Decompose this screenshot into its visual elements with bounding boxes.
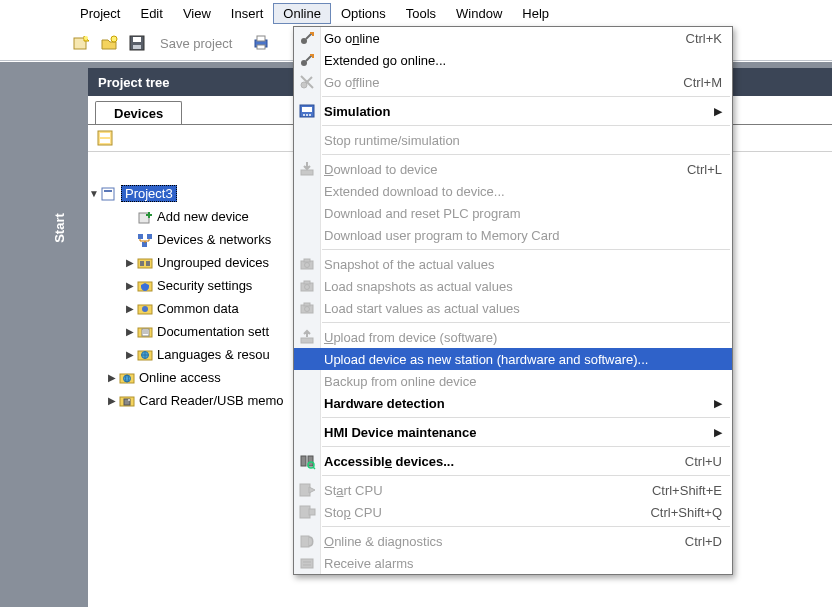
menu-window[interactable]: Window <box>446 3 512 24</box>
menu-item-shortcut: Ctrl+Shift+E <box>652 483 722 498</box>
svg-rect-19 <box>147 234 152 239</box>
svg-rect-44 <box>302 107 312 112</box>
menu-item[interactable]: Hardware detection▶ <box>294 392 732 414</box>
menu-tools[interactable]: Tools <box>396 3 446 24</box>
menu-item[interactable]: Go onlineCtrl+K <box>294 27 732 49</box>
menu-item[interactable]: Simulation▶ <box>294 100 732 122</box>
menu-item[interactable]: Upload device as new station (hardware a… <box>294 348 732 370</box>
menu-item[interactable]: Accessible devices...Ctrl+U <box>294 450 732 472</box>
menu-item-label: Hardware detection <box>324 396 714 411</box>
twisty-icon[interactable]: ▶ <box>124 326 136 337</box>
twisty-icon[interactable]: ▶ <box>124 303 136 314</box>
menu-item-label: Download to device <box>324 162 687 177</box>
menu-item-label: Load start values as actual values <box>324 301 722 316</box>
menu-view[interactable]: View <box>173 3 221 24</box>
tab-devices[interactable]: Devices <box>95 101 182 125</box>
start-tab[interactable]: Start <box>52 198 67 258</box>
svg-marker-63 <box>309 487 315 493</box>
menu-item: Download user program to Memory Card <box>294 224 732 246</box>
go-online-ext-icon <box>298 51 316 69</box>
save-icon[interactable] <box>126 32 148 54</box>
svg-rect-65 <box>309 509 315 515</box>
menu-edit[interactable]: Edit <box>130 3 172 24</box>
menu-item-label: Go online <box>324 31 686 46</box>
svg-point-26 <box>142 306 148 312</box>
menu-separator <box>322 154 730 155</box>
svg-point-46 <box>306 114 308 116</box>
twisty-icon[interactable]: ▶ <box>124 280 136 291</box>
svg-rect-66 <box>301 536 309 547</box>
twisty-icon[interactable]: ▶ <box>106 395 118 406</box>
menu-item: Download and reset PLC program <box>294 202 732 224</box>
menu-item-label: HMI Device maintenance <box>324 425 714 440</box>
menu-separator <box>322 417 730 418</box>
svg-rect-6 <box>133 45 141 49</box>
alarms-icon <box>298 554 316 572</box>
menu-separator <box>322 249 730 250</box>
tree-item-label: Documentation sett <box>157 324 269 339</box>
security-icon <box>136 277 154 295</box>
menu-insert[interactable]: Insert <box>221 3 274 24</box>
menu-item-label: Start CPU <box>324 483 652 498</box>
menu-item-label: Extended download to device... <box>324 184 722 199</box>
menu-item[interactable]: HMI Device maintenance▶ <box>294 421 732 443</box>
upload-icon <box>298 328 316 346</box>
project-name[interactable]: Project3 <box>121 185 177 202</box>
print-icon[interactable] <box>250 32 272 54</box>
svg-point-2 <box>84 36 88 40</box>
svg-rect-58 <box>301 338 313 343</box>
menu-options[interactable]: Options <box>331 3 396 24</box>
menu-item-shortcut: Ctrl+M <box>683 75 722 90</box>
twisty-icon[interactable]: ▶ <box>106 372 118 383</box>
tree-item-label: Devices & networks <box>157 232 271 247</box>
menu-item: Online & diagnosticsCtrl+D <box>294 530 732 552</box>
svg-rect-59 <box>301 456 306 466</box>
add-device-icon <box>136 208 154 226</box>
submenu-arrow-icon: ▶ <box>714 105 722 118</box>
menu-item: Download to deviceCtrl+L <box>294 158 732 180</box>
menu-separator <box>322 96 730 97</box>
devices-toolbar-icon[interactable] <box>94 127 116 149</box>
menu-separator <box>322 526 730 527</box>
menu-help[interactable]: Help <box>512 3 559 24</box>
menu-item-shortcut: Ctrl+D <box>685 534 722 549</box>
load-start-icon <box>298 299 316 317</box>
svg-rect-22 <box>140 261 144 266</box>
online-access-icon <box>118 369 136 387</box>
svg-point-34 <box>124 375 131 382</box>
accessible-icon <box>298 452 316 470</box>
menu-item: Snapshot of the actual values <box>294 253 732 275</box>
svg-rect-54 <box>304 281 310 284</box>
twisty-icon[interactable]: ▶ <box>124 349 136 360</box>
twisty-icon[interactable]: ▶ <box>124 257 136 268</box>
tree-item-label: Security settings <box>157 278 252 293</box>
menu-item: Backup from online device <box>294 370 732 392</box>
svg-rect-67 <box>301 559 313 568</box>
new-project-icon[interactable] <box>70 32 92 54</box>
menu-item: Upload from device (software) <box>294 326 732 348</box>
menu-item-shortcut: Ctrl+K <box>686 31 722 46</box>
project-icon <box>100 185 118 203</box>
menu-item-label: Receive alarms <box>324 556 722 571</box>
menu-item-label: Load snapshots as actual values <box>324 279 722 294</box>
svg-point-45 <box>303 114 305 116</box>
svg-rect-5 <box>133 37 141 42</box>
menu-item[interactable]: Extended go online... <box>294 49 732 71</box>
twisty-icon[interactable]: ▼ <box>88 188 100 199</box>
menu-item-label: Snapshot of the actual values <box>324 257 722 272</box>
menu-item-shortcut: Ctrl+Shift+Q <box>650 505 722 520</box>
menu-item: Start CPUCtrl+Shift+E <box>294 479 732 501</box>
menu-online[interactable]: Online <box>273 3 331 24</box>
svg-rect-11 <box>100 133 110 137</box>
menu-item: Receive alarms <box>294 552 732 574</box>
svg-rect-51 <box>304 259 310 262</box>
open-project-icon[interactable] <box>98 32 120 54</box>
svg-point-47 <box>309 114 311 116</box>
frame-left <box>0 62 88 607</box>
submenu-arrow-icon: ▶ <box>714 397 722 410</box>
menu-project[interactable]: Project <box>70 3 130 24</box>
snapshot-icon <box>298 255 316 273</box>
tree-item-label: Common data <box>157 301 239 316</box>
tree-item-label: Add new device <box>157 209 249 224</box>
stop-cpu-icon <box>298 503 316 521</box>
